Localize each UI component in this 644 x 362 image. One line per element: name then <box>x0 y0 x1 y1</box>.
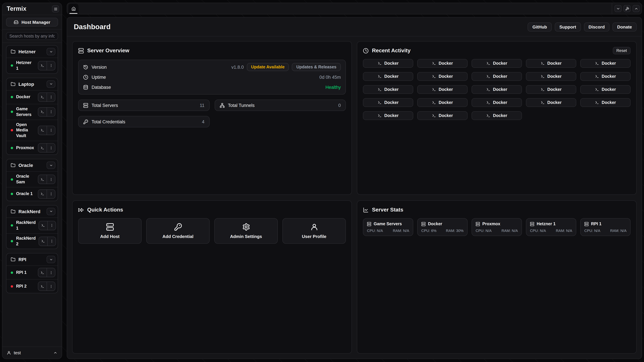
terminal-icon <box>42 224 45 227</box>
host-item-proxmox[interactable]: Proxmox <box>6 141 58 155</box>
activity-item-docker[interactable]: Docker <box>363 59 413 68</box>
activity-item-docker[interactable]: Docker <box>363 72 413 81</box>
host-menu-button[interactable] <box>46 190 55 198</box>
quick-action-add-credential[interactable]: Add Credential <box>146 218 210 244</box>
header-link-support[interactable]: Support <box>554 22 581 31</box>
user-footer[interactable]: test <box>2 347 62 359</box>
group-collapse-button[interactable] <box>46 162 55 169</box>
activity-item-docker[interactable]: Docker <box>363 111 413 120</box>
folder-icon <box>11 82 16 86</box>
activity-item-docker[interactable]: Docker <box>417 72 468 81</box>
server-icon <box>476 222 480 226</box>
host-item-oracle-1[interactable]: Oracle 1 <box>6 187 58 201</box>
activity-item-docker[interactable]: Docker <box>417 98 468 107</box>
host-terminal-button[interactable] <box>39 221 48 230</box>
status-dot-online <box>11 224 13 227</box>
update-available-button[interactable]: Update Available <box>247 63 289 71</box>
group-header-oracle[interactable]: Oracle <box>6 159 58 171</box>
host-item-rpi-2[interactable]: RPI 2 <box>6 279 58 293</box>
activity-item-docker[interactable]: Docker <box>472 85 522 94</box>
activity-item-docker[interactable]: Docker <box>580 98 630 107</box>
group-header-rpi[interactable]: RPI <box>6 254 58 266</box>
activity-item-docker[interactable]: Docker <box>526 85 576 94</box>
host-menu-button[interactable] <box>46 268 55 277</box>
host-item-hetzner-1[interactable]: Hetzner 1 <box>6 58 58 73</box>
host-menu-button[interactable] <box>46 107 55 116</box>
host-menu-button[interactable] <box>46 282 55 291</box>
activity-item-docker[interactable]: Docker <box>580 59 630 68</box>
activity-item-docker[interactable]: Docker <box>417 85 468 94</box>
host-item-game-servers[interactable]: Game Servers <box>6 104 58 120</box>
activity-item-docker[interactable]: Docker <box>417 59 468 68</box>
activity-item-docker[interactable]: Docker <box>526 72 576 81</box>
server-icon <box>83 103 88 108</box>
tab-home[interactable] <box>68 4 78 14</box>
host-menu-button[interactable] <box>46 126 55 135</box>
host-menu-button[interactable] <box>46 175 55 184</box>
group-collapse-button[interactable] <box>46 80 55 88</box>
host-terminal-button[interactable] <box>38 126 46 135</box>
header-link-github[interactable]: GitHub <box>528 22 552 31</box>
total-box-total-credentials: Total Credentials4 <box>78 116 210 127</box>
reset-button[interactable]: Reset <box>613 47 630 54</box>
host-name: Oracle 1 <box>16 191 35 197</box>
section-title: Server Overview <box>87 48 129 54</box>
server-icon <box>367 222 371 226</box>
host-menu-button[interactable] <box>48 221 56 230</box>
host-item-oracle-sam[interactable]: Oracle Sam <box>6 171 58 187</box>
host-menu-button[interactable] <box>48 237 56 246</box>
expand-tabs-button[interactable] <box>632 5 640 12</box>
activity-label: Docker <box>439 100 453 105</box>
host-terminal-button[interactable] <box>38 282 46 291</box>
collapse-tabs-button[interactable] <box>614 5 622 12</box>
host-item-open-media-vault[interactable]: Open Media Vault <box>6 119 58 141</box>
host-terminal-button[interactable] <box>38 190 46 198</box>
activity-item-docker[interactable]: Docker <box>580 72 630 81</box>
activity-label: Docker <box>439 87 453 92</box>
chart-line-icon <box>363 207 368 213</box>
activity-item-docker[interactable]: Docker <box>472 72 522 81</box>
host-menu-button[interactable] <box>46 61 55 70</box>
header-link-discord[interactable]: Discord <box>584 22 610 31</box>
activity-item-docker[interactable]: Docker <box>580 85 630 94</box>
host-terminal-button[interactable] <box>38 143 46 152</box>
host-name: Oracle Sam <box>16 174 35 185</box>
host-terminal-button[interactable] <box>38 61 46 70</box>
host-menu-button[interactable] <box>46 93 55 102</box>
host-terminal-button[interactable] <box>38 268 46 277</box>
activity-item-docker[interactable]: Docker <box>526 59 576 68</box>
activity-item-docker[interactable]: Docker <box>363 85 413 94</box>
kebab-icon <box>50 224 54 227</box>
sidebar-menu-button[interactable] <box>52 5 59 12</box>
host-terminal-button[interactable] <box>39 237 48 246</box>
activity-item-docker[interactable]: Docker <box>472 59 522 68</box>
host-menu-button[interactable] <box>46 143 55 152</box>
host-item-racknerd-1[interactable]: RackNerd 1 <box>6 218 58 233</box>
header-link-donate[interactable]: Donate <box>612 22 636 31</box>
quick-action-user-profile[interactable]: User Profile <box>282 218 346 244</box>
activity-item-docker[interactable]: Docker <box>472 111 522 120</box>
search-input[interactable] <box>6 32 58 40</box>
host-item-rpi-1[interactable]: RPI 1 <box>6 266 58 279</box>
group-collapse-button[interactable] <box>46 256 55 263</box>
group-header-racknerd[interactable]: RackNerd <box>6 205 58 218</box>
group-collapse-button[interactable] <box>46 48 55 55</box>
host-item-docker[interactable]: Docker <box>6 90 58 104</box>
terminal-icon <box>486 61 490 65</box>
hammer-button[interactable] <box>624 5 630 12</box>
host-terminal-button[interactable] <box>38 93 46 102</box>
activity-item-docker[interactable]: Docker <box>417 111 468 120</box>
group-header-hetzner[interactable]: Hetzner <box>6 45 58 58</box>
group-header-laptop[interactable]: Laptop <box>6 78 58 90</box>
quick-action-add-host[interactable]: Add Host <box>78 218 142 244</box>
activity-item-docker[interactable]: Docker <box>526 98 576 107</box>
host-manager-button[interactable]: Host Manager <box>6 18 58 26</box>
group-collapse-button[interactable] <box>46 208 55 215</box>
host-terminal-button[interactable] <box>38 175 46 184</box>
quick-action-admin-settings[interactable]: Admin Settings <box>214 218 278 244</box>
activity-item-docker[interactable]: Docker <box>472 98 522 107</box>
host-item-racknerd-2[interactable]: RackNerd 2 <box>6 233 58 249</box>
activity-item-docker[interactable]: Docker <box>363 98 413 107</box>
host-terminal-button[interactable] <box>38 107 46 116</box>
updates-releases-button[interactable]: Updates & Releases <box>292 63 341 71</box>
